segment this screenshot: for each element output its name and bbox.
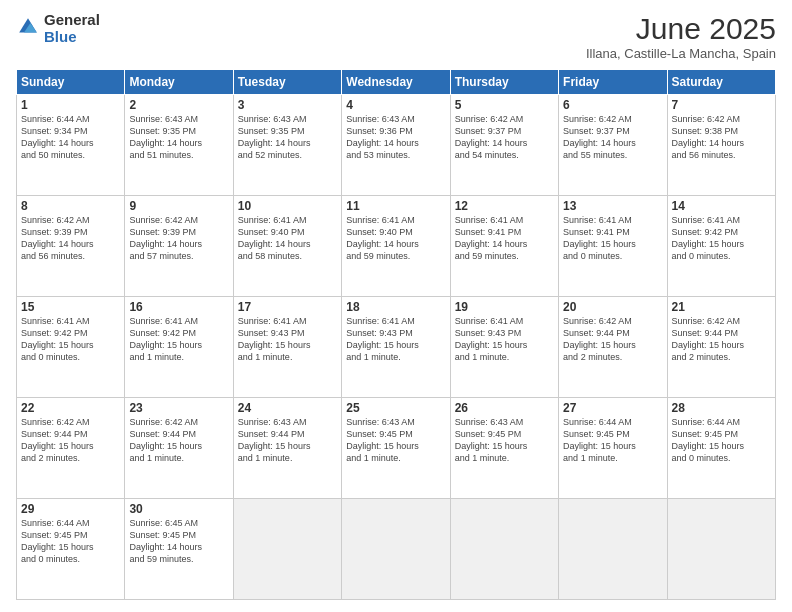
header-saturday: Saturday [667, 70, 775, 95]
calendar-day-9: 9Sunrise: 6:42 AM Sunset: 9:39 PM Daylig… [125, 196, 233, 297]
calendar-day-empty-4-4 [450, 499, 558, 600]
calendar-day-4: 4Sunrise: 6:43 AM Sunset: 9:36 PM Daylig… [342, 95, 450, 196]
header: General Blue June 2025 Illana, Castille-… [16, 12, 776, 61]
calendar-day-8: 8Sunrise: 6:42 AM Sunset: 9:39 PM Daylig… [17, 196, 125, 297]
calendar-day-7: 7Sunrise: 6:42 AM Sunset: 9:38 PM Daylig… [667, 95, 775, 196]
header-wednesday: Wednesday [342, 70, 450, 95]
calendar-day-25: 25Sunrise: 6:43 AM Sunset: 9:45 PM Dayli… [342, 398, 450, 499]
main-title: June 2025 [586, 12, 776, 46]
calendar-day-30: 30Sunrise: 6:45 AM Sunset: 9:45 PM Dayli… [125, 499, 233, 600]
calendar-day-3: 3Sunrise: 6:43 AM Sunset: 9:35 PM Daylig… [233, 95, 341, 196]
header-thursday: Thursday [450, 70, 558, 95]
calendar-day-6: 6Sunrise: 6:42 AM Sunset: 9:37 PM Daylig… [559, 95, 667, 196]
calendar-day-10: 10Sunrise: 6:41 AM Sunset: 9:40 PM Dayli… [233, 196, 341, 297]
calendar-day-27: 27Sunrise: 6:44 AM Sunset: 9:45 PM Dayli… [559, 398, 667, 499]
calendar-day-empty-4-6 [667, 499, 775, 600]
calendar-day-18: 18Sunrise: 6:41 AM Sunset: 9:43 PM Dayli… [342, 297, 450, 398]
header-sunday: Sunday [17, 70, 125, 95]
calendar-day-empty-4-2 [233, 499, 341, 600]
page: General Blue June 2025 Illana, Castille-… [0, 0, 792, 612]
calendar-week-1: 1Sunrise: 6:44 AM Sunset: 9:34 PM Daylig… [17, 95, 776, 196]
header-friday: Friday [559, 70, 667, 95]
calendar-day-29: 29Sunrise: 6:44 AM Sunset: 9:45 PM Dayli… [17, 499, 125, 600]
calendar-day-20: 20Sunrise: 6:42 AM Sunset: 9:44 PM Dayli… [559, 297, 667, 398]
calendar-day-26: 26Sunrise: 6:43 AM Sunset: 9:45 PM Dayli… [450, 398, 558, 499]
calendar-day-16: 16Sunrise: 6:41 AM Sunset: 9:42 PM Dayli… [125, 297, 233, 398]
calendar-day-22: 22Sunrise: 6:42 AM Sunset: 9:44 PM Dayli… [17, 398, 125, 499]
calendar-day-14: 14Sunrise: 6:41 AM Sunset: 9:42 PM Dayli… [667, 196, 775, 297]
calendar-header-row: Sunday Monday Tuesday Wednesday Thursday… [17, 70, 776, 95]
logo-icon [16, 15, 40, 39]
logo-text-line2: Blue [44, 29, 100, 46]
calendar-day-empty-4-3 [342, 499, 450, 600]
calendar-day-2: 2Sunrise: 6:43 AM Sunset: 9:35 PM Daylig… [125, 95, 233, 196]
calendar-week-2: 8Sunrise: 6:42 AM Sunset: 9:39 PM Daylig… [17, 196, 776, 297]
calendar-day-17: 17Sunrise: 6:41 AM Sunset: 9:43 PM Dayli… [233, 297, 341, 398]
calendar-table: Sunday Monday Tuesday Wednesday Thursday… [16, 69, 776, 600]
calendar-day-1: 1Sunrise: 6:44 AM Sunset: 9:34 PM Daylig… [17, 95, 125, 196]
header-monday: Monday [125, 70, 233, 95]
title-block: June 2025 Illana, Castille-La Mancha, Sp… [586, 12, 776, 61]
logo: General Blue [16, 12, 100, 45]
calendar-day-28: 28Sunrise: 6:44 AM Sunset: 9:45 PM Dayli… [667, 398, 775, 499]
calendar-day-21: 21Sunrise: 6:42 AM Sunset: 9:44 PM Dayli… [667, 297, 775, 398]
calendar-day-15: 15Sunrise: 6:41 AM Sunset: 9:42 PM Dayli… [17, 297, 125, 398]
header-tuesday: Tuesday [233, 70, 341, 95]
subtitle: Illana, Castille-La Mancha, Spain [586, 46, 776, 61]
calendar-week-4: 22Sunrise: 6:42 AM Sunset: 9:44 PM Dayli… [17, 398, 776, 499]
calendar-day-23: 23Sunrise: 6:42 AM Sunset: 9:44 PM Dayli… [125, 398, 233, 499]
logo-text-line1: General [44, 12, 100, 29]
calendar-day-12: 12Sunrise: 6:41 AM Sunset: 9:41 PM Dayli… [450, 196, 558, 297]
calendar-week-3: 15Sunrise: 6:41 AM Sunset: 9:42 PM Dayli… [17, 297, 776, 398]
calendar-day-19: 19Sunrise: 6:41 AM Sunset: 9:43 PM Dayli… [450, 297, 558, 398]
calendar-week-5: 29Sunrise: 6:44 AM Sunset: 9:45 PM Dayli… [17, 499, 776, 600]
calendar-day-11: 11Sunrise: 6:41 AM Sunset: 9:40 PM Dayli… [342, 196, 450, 297]
calendar-day-13: 13Sunrise: 6:41 AM Sunset: 9:41 PM Dayli… [559, 196, 667, 297]
calendar-day-empty-4-5 [559, 499, 667, 600]
calendar-day-5: 5Sunrise: 6:42 AM Sunset: 9:37 PM Daylig… [450, 95, 558, 196]
calendar-day-24: 24Sunrise: 6:43 AM Sunset: 9:44 PM Dayli… [233, 398, 341, 499]
